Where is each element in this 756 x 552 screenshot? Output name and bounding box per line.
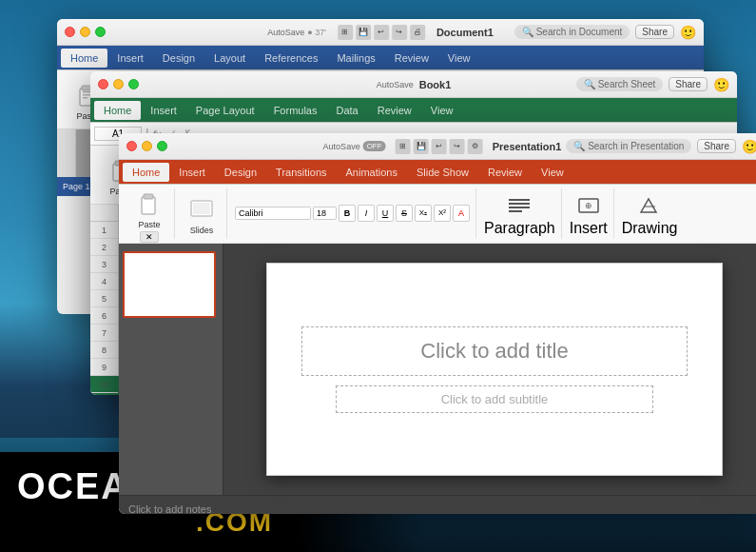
excel-tab-insert[interactable]: Insert [141, 101, 186, 120]
excel-title: Book1 [419, 79, 452, 90]
ppt-title-bar: AutoSave OFF ⊞ 💾 ↩ ↪ ⚙ Presentation1 🔍 S… [119, 133, 756, 160]
word-tab-review[interactable]: Review [385, 49, 438, 68]
excel-autosave: AutoSave [377, 80, 414, 89]
word-title-center: AutoSave ● 37' ⊞ 💾 ↩ ↪ 🖨 Document1 [267, 25, 494, 40]
ppt-toolbar-icon1[interactable]: ⊞ [396, 139, 411, 154]
ppt-slide-thumbnail-1[interactable]: 1 [123, 251, 216, 318]
ppt-slide-canvas[interactable]: Click to add title Click to add subtitle [266, 263, 723, 476]
ppt-tab-home[interactable]: Home [123, 163, 169, 182]
excel-row-6: 6 [90, 307, 118, 325]
ppt-fontsize-select[interactable]: 18 [313, 207, 337, 220]
word-autosave: AutoSave ● 37' [267, 28, 326, 37]
word-share-button[interactable]: Share [635, 25, 674, 39]
excel-tab-formulas[interactable]: Formulas [264, 101, 327, 120]
excel-search-box[interactable]: 🔍 Search Sheet [576, 77, 664, 91]
word-tab-insert[interactable]: Insert [107, 49, 153, 68]
excel-row-10: 10 [90, 376, 118, 393]
ppt-insert-label: Insert [570, 220, 608, 237]
ppt-bold[interactable]: B [339, 205, 356, 222]
ppt-title: Presentation1 [493, 141, 562, 152]
word-traffic-lights [65, 27, 106, 37]
excel-smiley[interactable]: 🙂 [713, 77, 729, 92]
ppt-paragraph-icon [505, 191, 533, 220]
excel-title-bar: AutoSave Book1 🔍 Search Sheet Share 🙂 [90, 71, 737, 98]
ppt-title-placeholder[interactable]: Click to add title [301, 326, 688, 376]
ppt-toolbar-icon5[interactable]: ⚙ [468, 139, 483, 154]
ppt-title-center: AutoSave OFF ⊞ 💾 ↩ ↪ ⚙ Presentation1 [323, 139, 562, 154]
ppt-slides-button[interactable]: Slides [183, 191, 221, 237]
word-sidebar [57, 129, 76, 177]
ppt-minimize-button[interactable] [142, 141, 152, 151]
ppt-close-button[interactable] [126, 141, 137, 151]
ppt-slides-icon [186, 193, 217, 224]
svg-rect-3 [83, 94, 90, 96]
excel-tab-view[interactable]: View [421, 101, 463, 120]
word-toolbar-icon4[interactable]: ↪ [392, 25, 407, 40]
excel-maximize-button[interactable] [128, 79, 139, 89]
excel-row-2: 2 [90, 239, 118, 256]
word-tab-mailings[interactable]: Mailings [327, 49, 384, 68]
word-tab-view[interactable]: View [438, 49, 480, 68]
word-tab-home[interactable]: Home [61, 49, 107, 68]
ppt-paragraph-label: Paragraph [484, 220, 555, 237]
ppt-toolbar-icon4[interactable]: ↪ [450, 139, 465, 154]
ppt-sup[interactable]: X² [434, 205, 451, 222]
ppt-toolbar-icon3[interactable]: ↩ [432, 139, 447, 154]
excel-tab-home[interactable]: Home [94, 101, 141, 120]
excel-row-1: 1 [90, 222, 118, 239]
excel-tab-page-layout[interactable]: Page Layout [186, 101, 264, 120]
word-maximize-button[interactable] [95, 27, 106, 37]
word-tab-references[interactable]: References [255, 49, 327, 68]
ppt-traffic-lights [126, 141, 167, 151]
excel-row-11: 11 [90, 393, 118, 395]
excel-share-button[interactable]: Share [669, 77, 708, 91]
ppt-tab-design[interactable]: Design [215, 163, 266, 182]
svg-rect-7 [142, 197, 155, 214]
excel-row-headers: 1 2 3 4 5 6 7 8 9 10 11 12 13 14 15 [90, 205, 119, 376]
svg-rect-12 [509, 203, 530, 205]
ppt-toolbar-icon2[interactable]: 💾 [414, 139, 429, 154]
svg-rect-8 [144, 194, 153, 199]
ppt-font-select[interactable]: Calibri [235, 207, 311, 220]
ppt-search-box[interactable]: 🔍 Search in Presentation [566, 139, 691, 153]
ppt-tab-slideshow[interactable]: Slide Show [407, 163, 478, 182]
excel-close-button[interactable] [98, 79, 108, 89]
word-tab-design[interactable]: Design [153, 49, 204, 68]
excel-minimize-button[interactable] [113, 79, 124, 89]
excel-row-3: 3 [90, 256, 118, 273]
word-title-bar: AutoSave ● 37' ⊞ 💾 ↩ ↪ 🖨 Document1 🔍 Sea… [57, 19, 704, 46]
excel-tab-data[interactable]: Data [326, 101, 367, 120]
ppt-strikethrough[interactable]: S [396, 205, 413, 222]
ppt-drawing-label: Drawing [622, 220, 678, 237]
word-minimize-button[interactable] [80, 27, 90, 37]
ppt-delete-button[interactable]: ✕ [140, 231, 159, 243]
ppt-share-button[interactable]: Share [697, 139, 736, 153]
word-tab-layout[interactable]: Layout [204, 49, 255, 68]
excel-row-9: 9 [90, 359, 118, 376]
ppt-paste-button[interactable]: Paste [130, 186, 168, 231]
ppt-notes-placeholder[interactable]: Click to add notes [128, 503, 211, 515]
svg-rect-4 [83, 97, 87, 99]
word-toolbar-icon3[interactable]: ↩ [374, 25, 389, 40]
ppt-underline[interactable]: U [377, 205, 394, 222]
ppt-tab-insert[interactable]: Insert [169, 163, 215, 182]
ppt-maximize-button[interactable] [157, 141, 167, 151]
ppt-tab-transitions[interactable]: Transitions [266, 163, 336, 182]
word-search-box[interactable]: 🔍 Search in Document [514, 25, 630, 39]
ppt-subtitle-placeholder[interactable]: Click to add subtitle [336, 385, 654, 413]
ppt-clipboard-group: Paste ✕ [125, 188, 175, 239]
ppt-italic[interactable]: I [358, 205, 375, 222]
ppt-font-color[interactable]: A [453, 205, 470, 222]
word-toolbar-icon5[interactable]: 🖨 [410, 25, 425, 40]
excel-tab-review[interactable]: Review [368, 101, 421, 120]
word-toolbar-icon2[interactable]: 💾 [356, 25, 371, 40]
word-toolbar-icon1[interactable]: ⊞ [338, 25, 353, 40]
ppt-tab-view[interactable]: View [532, 163, 573, 182]
ppt-tab-animations[interactable]: Animations [337, 163, 407, 182]
windows-container: AutoSave ● 37' ⊞ 💾 ↩ ↪ 🖨 Document1 🔍 Sea… [57, 19, 742, 457]
word-smiley[interactable]: 🙂 [680, 25, 696, 40]
ppt-sub[interactable]: X₂ [415, 205, 432, 222]
ppt-tab-review[interactable]: Review [478, 163, 532, 182]
ppt-smiley[interactable]: 🙂 [742, 139, 756, 154]
word-close-button[interactable] [65, 27, 75, 37]
